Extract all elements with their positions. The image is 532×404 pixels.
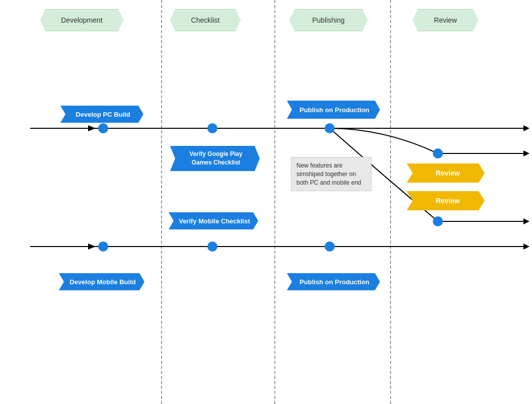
task-publish-production-2[interactable]: Publish on Production <box>287 273 380 290</box>
divider-3 <box>390 0 391 404</box>
header-development: Development <box>40 9 123 31</box>
node-tl1-2 <box>207 123 217 133</box>
review-label-2[interactable]: Review <box>407 191 485 210</box>
node-tl2-1 <box>98 241 108 252</box>
task-develop-pc[interactable]: Develop PC Build <box>60 106 143 123</box>
svg-marker-5 <box>523 150 529 156</box>
diagram-container: Development Checklist Publishing Review <box>0 0 532 404</box>
node-tl1-1 <box>98 123 108 133</box>
note-box: New features are simshiped together on b… <box>291 157 371 191</box>
divider-2 <box>274 0 275 404</box>
svg-marker-9 <box>88 244 96 250</box>
task-publish-production-1[interactable]: Publish on Production <box>287 101 380 119</box>
review-label-1[interactable]: Review <box>407 164 485 183</box>
node-branch2 <box>433 216 443 226</box>
node-tl2-3 <box>325 241 335 252</box>
node-branch1 <box>433 148 443 158</box>
svg-marker-7 <box>523 218 529 224</box>
node-tl2-2 <box>207 241 217 252</box>
svg-marker-3 <box>523 244 529 250</box>
task-develop-mobile[interactable]: Develop Mobile Build <box>59 273 144 290</box>
svg-marker-1 <box>523 125 529 131</box>
task-verify-google[interactable]: Verify Google Play Games Checklist <box>170 146 260 171</box>
header-review: Review <box>413 9 478 31</box>
header-checklist: Checklist <box>170 9 241 31</box>
task-verify-mobile[interactable]: Verify Mobile Checklist <box>169 212 258 229</box>
header-publishing: Publishing <box>289 9 367 31</box>
node-tl1-3 <box>325 123 335 133</box>
svg-marker-8 <box>88 125 96 131</box>
divider-1 <box>161 0 162 404</box>
